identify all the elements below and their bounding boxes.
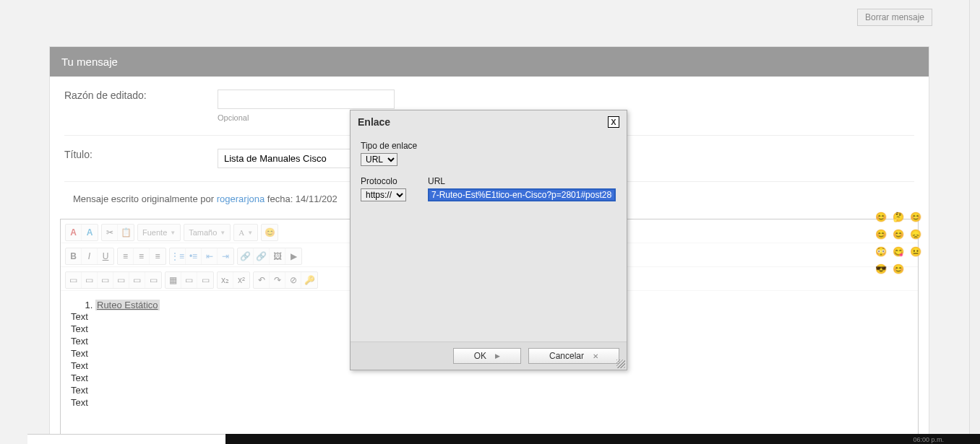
emoji-icon[interactable]: 😊 (874, 210, 887, 223)
resize-grip-icon[interactable] (616, 360, 625, 368)
cut-icon[interactable]: ✂ (102, 225, 118, 240)
panel-title: Tu mensaje (50, 47, 929, 77)
linked-text[interactable]: Ruteo Estático (95, 300, 160, 310)
subscript-icon[interactable]: x₂ (218, 272, 233, 288)
delete-message-button[interactable]: Borrar mensaje (857, 9, 932, 26)
emoji-icon[interactable]: 😳 (874, 245, 887, 258)
tool-icon-8[interactable]: ▭ (197, 272, 213, 288)
emoji-icon[interactable]: 😊 (892, 262, 905, 275)
indent-icon[interactable]: ⇥ (218, 248, 233, 264)
taskbar-start[interactable] (27, 434, 225, 444)
ok-button[interactable]: OK▶ (453, 348, 521, 364)
image-icon[interactable]: 🖼 (270, 248, 285, 264)
link-type-select[interactable]: URL (361, 153, 397, 166)
emoji-icon[interactable]: 😊 (874, 227, 887, 240)
cancel-button[interactable]: Cancelar✕ (528, 348, 619, 364)
tool-icon-10[interactable]: 🔑 (301, 272, 317, 288)
emoji-icon[interactable]: 😎 (874, 262, 887, 275)
textcolor-icon[interactable]: A (66, 225, 82, 240)
table-icon[interactable]: ▦ (166, 272, 181, 288)
tool-icon-4[interactable]: ▭ (113, 272, 129, 288)
bgcolor-icon[interactable]: A (82, 225, 98, 240)
italic-icon[interactable]: I (82, 248, 98, 264)
emoji-icon[interactable]: 🤔 (892, 210, 905, 223)
superscript-icon[interactable]: x² (233, 272, 249, 288)
text-line: Text (71, 372, 908, 384)
emoji-icon[interactable]: 😊 (892, 227, 905, 240)
taskbar-clock: 06:00 p.m. (913, 436, 944, 443)
protocol-select[interactable]: https:// (361, 188, 406, 201)
tool-icon-9[interactable]: ⊘ (285, 272, 301, 288)
align-center-icon[interactable]: ≡ (134, 248, 150, 264)
tool-icon-1[interactable]: ▭ (66, 272, 82, 288)
reason-input[interactable] (218, 90, 395, 109)
close-icon[interactable]: X (608, 116, 619, 128)
user-link[interactable]: rogerarjona (217, 193, 265, 204)
size-select[interactable]: Tamaño▼ (184, 225, 230, 240)
emoji-icon[interactable]: 😞 (909, 227, 922, 240)
align-left-icon[interactable]: ≡ (118, 248, 134, 264)
font-select[interactable]: Fuente▼ (138, 225, 180, 240)
tool-icon-7[interactable]: ▭ (181, 272, 197, 288)
paste-icon[interactable]: 📋 (118, 225, 134, 240)
reason-label: Razón de editado: (64, 90, 218, 122)
page-scrollbar[interactable] (969, 0, 980, 444)
emoji-icon[interactable]: 😊 (909, 210, 922, 223)
url-label: URL (428, 176, 616, 186)
unlink-icon[interactable]: 🔗 (254, 248, 270, 264)
tool-icon-2[interactable]: ▭ (82, 272, 98, 288)
emoji-icon[interactable]: 😐 (909, 245, 922, 258)
outdent-icon[interactable]: ⇤ (202, 248, 218, 264)
list-ordered-icon[interactable]: ⋮≡ (170, 248, 186, 264)
tool-icon-5[interactable]: ▭ (129, 272, 145, 288)
link-dialog: Enlace X Tipo de enlace URL Protocolo ht… (350, 110, 627, 370)
video-icon[interactable]: ▶ (285, 248, 301, 264)
undo-icon[interactable]: ↶ (254, 272, 270, 288)
title-label: Título: (64, 149, 218, 168)
text-line: Text (71, 384, 908, 396)
format-select[interactable]: A▼ (234, 225, 257, 240)
tool-icon-3[interactable]: ▭ (98, 272, 113, 288)
protocol-label: Protocolo (361, 176, 406, 186)
link-icon[interactable]: 🔗 (238, 248, 254, 264)
url-input[interactable] (428, 188, 616, 201)
list-unordered-icon[interactable]: •≡ (186, 248, 202, 264)
emoji-icon[interactable]: 😋 (892, 245, 905, 258)
text-line: Text (71, 396, 908, 409)
tool-icon-6[interactable]: ▭ (145, 272, 161, 288)
link-type-label: Tipo de enlace (361, 141, 616, 151)
bold-icon[interactable]: B (66, 248, 82, 264)
underline-icon[interactable]: U (98, 248, 113, 264)
align-right-icon[interactable]: ≡ (150, 248, 166, 264)
dialog-title: Enlace (358, 116, 390, 128)
emoji-palette: 😊🤔😊😊😊😞😳😋😐😎😊 (874, 210, 922, 275)
smiley-icon[interactable]: 😊 (262, 225, 278, 240)
redo-icon[interactable]: ↷ (270, 272, 285, 288)
